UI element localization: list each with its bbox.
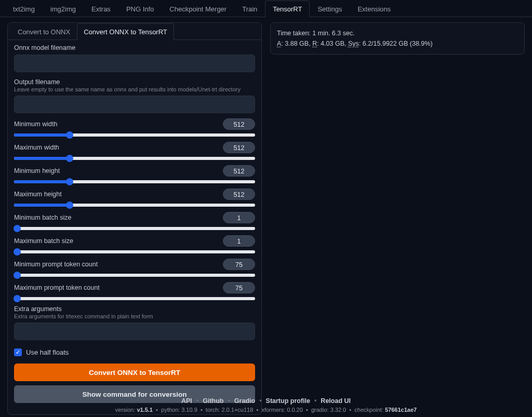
slider-minimum-prompt-token-count: Minimum prompt token count75 xyxy=(14,259,255,277)
onnx-filename-input[interactable] xyxy=(14,55,255,72)
slider-label: Minimum batch size xyxy=(14,214,71,221)
top-tab-extras[interactable]: Extras xyxy=(84,1,118,17)
slider-maximum-height: Maximum height512 xyxy=(14,189,255,207)
slider-value[interactable]: 75 xyxy=(223,259,255,270)
top-tab-img2img[interactable]: img2img xyxy=(43,1,84,17)
slider-track[interactable] xyxy=(14,133,255,137)
footer-links: API•Github•Gradio•Startup profile•Reload… xyxy=(0,397,532,405)
slider-track[interactable] xyxy=(14,227,255,230)
slider-track[interactable] xyxy=(14,274,255,277)
slider-value[interactable]: 512 xyxy=(223,142,255,153)
onnx-filename-label: Onnx model filename xyxy=(14,44,255,51)
use-half-floats-label: Use half floats xyxy=(26,348,69,356)
slider-thumb[interactable] xyxy=(66,178,73,185)
slider-label: Minimum height xyxy=(14,167,60,174)
top-tab-settings[interactable]: Settings xyxy=(310,1,350,17)
tensorrt-panel: Convert to ONNXConvert ONNX to TensorRT … xyxy=(7,22,262,415)
status-box: Time taken: 1 min. 6.3 sec. A: 3.88 GB, … xyxy=(270,22,525,55)
slider-thumb[interactable] xyxy=(14,295,21,302)
memory-status: A: 3.88 GB, R: 4.03 GB, Sys: 6.2/15.9922… xyxy=(277,38,518,49)
slider-maximum-width: Maximum width512 xyxy=(14,142,255,160)
footer-link-api[interactable]: API xyxy=(181,397,192,405)
footer: API•Github•Gradio•Startup profile•Reload… xyxy=(0,397,532,413)
top-tab-png-info[interactable]: PNG Info xyxy=(118,1,162,17)
extra-args-help: Extra arguments for trtexec command in p… xyxy=(14,313,255,319)
extra-args-label: Extra arguments xyxy=(14,305,255,313)
slider-value[interactable]: 512 xyxy=(223,165,255,177)
version-line: version: v1.5.1 • python: 3.10.9 • torch… xyxy=(0,407,532,413)
footer-link-reload-ui[interactable]: Reload UI xyxy=(321,397,351,405)
convert-button[interactable]: Convert ONNX to TensorRT xyxy=(14,364,255,381)
slider-minimum-width: Minimum width512 xyxy=(14,118,255,137)
slider-thumb[interactable] xyxy=(66,201,73,209)
sub-tab-convert-onnx-to-tensorrt[interactable]: Convert ONNX to TensorRT xyxy=(77,23,174,40)
slider-label: Maximum prompt token count xyxy=(14,284,100,291)
footer-link-startup-profile[interactable]: Startup profile xyxy=(266,397,310,405)
slider-label: Minimum prompt token count xyxy=(14,261,98,268)
top-tab-txt2img[interactable]: txt2img xyxy=(5,1,43,17)
slider-label: Maximum batch size xyxy=(14,237,73,245)
sub-tabs: Convert to ONNXConvert ONNX to TensorRT xyxy=(8,23,261,40)
slider-thumb[interactable] xyxy=(14,225,21,232)
output-filename-input[interactable] xyxy=(14,96,255,113)
sub-tab-convert-to-onnx[interactable]: Convert to ONNX xyxy=(11,23,77,40)
top-tab-extensions[interactable]: Extensions xyxy=(350,1,398,17)
slider-value[interactable]: 75 xyxy=(223,282,255,293)
use-half-floats-row[interactable]: ✓ Use half floats xyxy=(14,348,255,356)
slider-label: Maximum width xyxy=(14,144,59,151)
top-tab-checkpoint-merger[interactable]: Checkpoint Merger xyxy=(162,1,234,17)
footer-link-github[interactable]: Github xyxy=(203,397,223,405)
top-tabs: txt2imgimg2imgExtrasPNG InfoCheckpoint M… xyxy=(0,0,532,17)
slider-label: Maximum height xyxy=(14,191,62,198)
output-filename-label: Output filename xyxy=(14,78,255,86)
time-taken: Time taken: 1 min. 6.3 sec. xyxy=(277,28,518,38)
slider-maximum-prompt-token-count: Maximum prompt token count75 xyxy=(14,282,255,300)
slider-label: Minimum width xyxy=(14,120,57,128)
slider-value[interactable]: 1 xyxy=(223,212,255,223)
slider-track[interactable] xyxy=(14,250,255,253)
extra-args-input[interactable] xyxy=(14,322,255,340)
slider-thumb[interactable] xyxy=(66,131,73,139)
slider-value[interactable]: 1 xyxy=(223,235,255,247)
footer-link-gradio[interactable]: Gradio xyxy=(234,397,255,405)
top-tab-tensorrt[interactable]: TensorRT xyxy=(265,1,310,17)
slider-thumb[interactable] xyxy=(14,248,21,255)
slider-maximum-batch-size: Maximum batch size1 xyxy=(14,235,255,253)
slider-thumb[interactable] xyxy=(14,272,21,279)
slider-track[interactable] xyxy=(14,297,255,300)
slider-value[interactable]: 512 xyxy=(223,189,255,200)
output-filename-help: Leave empty to use the same name as onnx… xyxy=(14,86,255,92)
slider-thumb[interactable] xyxy=(66,155,73,162)
slider-track[interactable] xyxy=(14,180,255,183)
slider-value[interactable]: 512 xyxy=(223,118,255,130)
slider-track[interactable] xyxy=(14,204,255,207)
use-half-floats-checkbox[interactable]: ✓ xyxy=(14,348,22,356)
slider-track[interactable] xyxy=(14,157,255,160)
top-tab-train[interactable]: Train xyxy=(234,1,265,17)
slider-minimum-height: Minimum height512 xyxy=(14,165,255,183)
slider-minimum-batch-size: Minimum batch size1 xyxy=(14,212,255,230)
